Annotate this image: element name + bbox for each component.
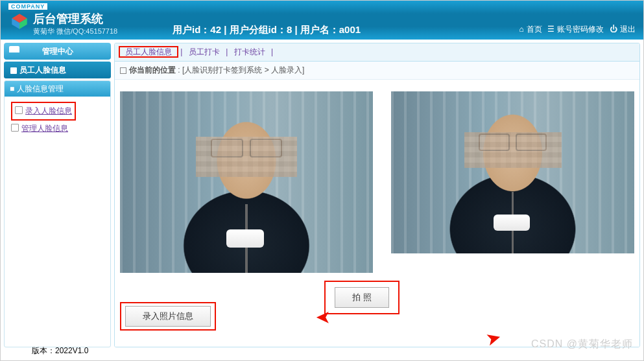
sidebar-link-enroll[interactable]: 录入人脸信息 <box>15 103 72 119</box>
highlight-enroll: 录入人脸信息 <box>11 102 76 121</box>
watermark: CSDN @黄菊华老师 <box>531 338 633 351</box>
header-nav: ⌂首页 ☰账号密码修改 ⏻退出 <box>519 24 637 35</box>
power-icon: ⏻ <box>610 25 617 34</box>
face-blur <box>196 137 297 177</box>
sidebar-panel-header: ■ 人脸信息管理 <box>5 81 110 97</box>
app-title: 后台管理系统 <box>33 11 103 27</box>
sidebar-panel: ■ 人脸信息管理 录入人脸信息 管理人脸信息 <box>4 80 111 347</box>
captured-image <box>391 91 634 253</box>
app-header: COMPANY 后台管理系统 黄菊华 微信/QQ:45157718 用户id：4… <box>1 1 643 40</box>
logo-icon <box>10 12 29 30</box>
highlight-save: 录入照片信息 <box>120 302 216 331</box>
nav-logout[interactable]: 退出 <box>620 25 636 34</box>
save-button[interactable]: 录入照片信息 <box>125 306 211 327</box>
nav-home[interactable]: 首页 <box>527 25 542 34</box>
account-icon: ☰ <box>547 25 555 34</box>
sidebar-cat-label: 员工人脸信息 <box>19 65 66 75</box>
breadcrumb: 你当前的位置 : [人脸识别打卡签到系统 > 人脸录入] <box>115 62 639 80</box>
face-blur <box>464 132 562 168</box>
company-tag: COMPANY <box>8 3 47 10</box>
arrow-icon: ➤ <box>483 326 503 347</box>
camera-preview <box>120 91 373 273</box>
tab-stats[interactable]: 打卡统计 <box>230 47 269 56</box>
capture-button[interactable]: 拍 照 <box>335 287 389 308</box>
grid-icon <box>10 67 17 74</box>
arrow-icon: ➤ <box>316 307 331 329</box>
user-info: 用户id：42 | 用户分组id：8 | 用户名：a001 <box>173 24 361 36</box>
sidebar-header-label: 管理中心 <box>42 47 73 56</box>
sidebar-category-face[interactable]: 员工人脸信息 <box>4 62 111 78</box>
doc-icon <box>120 67 126 74</box>
highlight-capture: 拍 照 <box>324 281 400 314</box>
sidebar: 管理中心 员工人脸信息 ■ 人脸信息管理 录入人脸信息 管理人脸信息 <box>4 43 111 347</box>
highlight-tab1: 员工人脸信息 <box>119 46 178 58</box>
tab-checkin[interactable]: 员工打卡 <box>185 47 224 56</box>
sidebar-link-manage[interactable]: 管理人脸信息 <box>11 121 104 137</box>
folder-icon <box>9 46 19 52</box>
nav-account[interactable]: 账号密码修改 <box>557 25 604 34</box>
version-label: 版本：2022V1.0 <box>32 345 88 356</box>
tab-face-info[interactable]: 员工人脸信息 <box>121 47 176 56</box>
home-icon: ⌂ <box>519 25 523 34</box>
main-area: 员工人脸信息 | 员工打卡 | 打卡统计 | 你当前的位置 : [人脸识别打卡签… <box>114 43 640 347</box>
app-subtitle: 黄菊华 微信/QQ:45157718 <box>33 27 117 36</box>
sidebar-header[interactable]: 管理中心 <box>4 43 111 60</box>
tabbar: 员工人脸信息 | 员工打卡 | 打卡统计 | <box>115 43 639 62</box>
content-area: 拍 照 录入照片信息 ➤ ➤ <box>115 80 639 347</box>
